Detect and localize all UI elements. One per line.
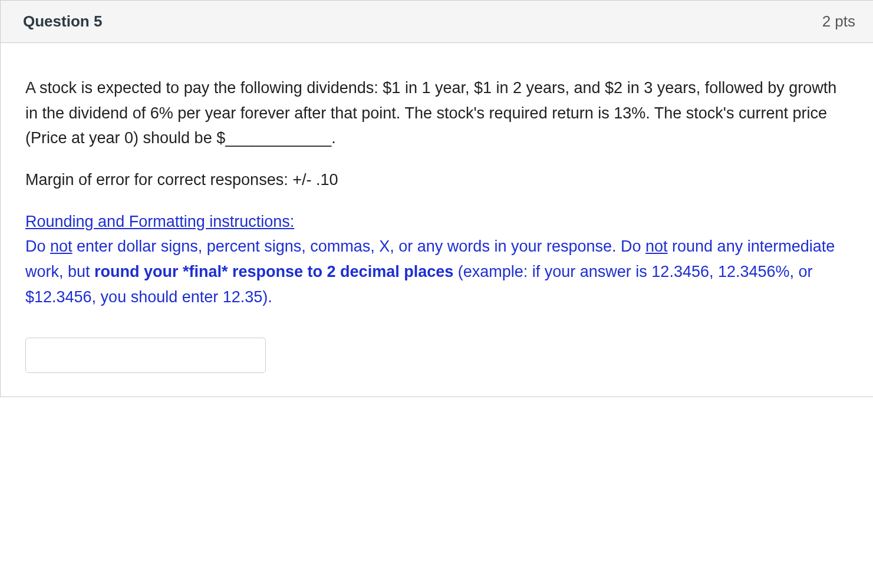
question-title: Question 5 (23, 12, 102, 31)
question-header: Question 5 2 pts (1, 1, 873, 43)
instr-seg: Do (25, 237, 50, 255)
answer-input[interactable] (25, 338, 266, 373)
instr-seg-underline: not (645, 237, 668, 255)
margin-of-error: Margin of error for correct responses: +… (25, 167, 848, 193)
question-body: A stock is expected to pay the following… (1, 43, 873, 397)
instr-seg-underline: not (50, 237, 73, 255)
formatting-instructions: Rounding and Formatting instructions: Do… (25, 209, 848, 310)
question-card: Question 5 2 pts A stock is expected to … (0, 0, 873, 397)
question-points: 2 pts (822, 12, 855, 31)
instructions-heading: Rounding and Formatting instructions: (25, 213, 294, 230)
question-prompt: A stock is expected to pay the following… (25, 75, 848, 151)
instr-seg-bold: round your *final* response to 2 decimal… (94, 263, 453, 280)
instructions-text: Do not enter dollar signs, percent signs… (25, 237, 835, 305)
instr-seg: enter dollar signs, percent signs, comma… (73, 237, 645, 255)
